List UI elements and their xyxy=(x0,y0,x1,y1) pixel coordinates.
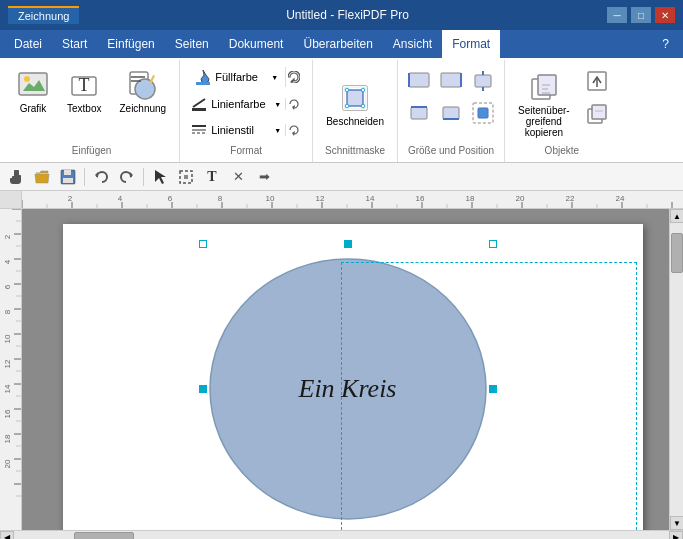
svg-text:8: 8 xyxy=(218,194,223,203)
scroll-left-button[interactable]: ◀ xyxy=(0,531,14,540)
fuellfarbe-refresh-icon[interactable] xyxy=(285,67,301,87)
linienfarbe-refresh-icon[interactable] xyxy=(285,98,301,110)
textbox-icon: T xyxy=(68,69,100,101)
group-label-einfuegen: Einfügen xyxy=(10,143,173,160)
open-button[interactable] xyxy=(30,166,54,188)
pointer-tool-button[interactable] xyxy=(148,166,172,188)
minimize-button[interactable]: ─ xyxy=(607,7,627,23)
separator-1 xyxy=(84,168,85,186)
menu-start[interactable]: Start xyxy=(52,30,97,58)
scroll-track-v[interactable] xyxy=(670,223,683,516)
ruler-vertical: 2 4 6 8 10 12 14 16 18 20 xyxy=(0,209,22,530)
align-top-button[interactable] xyxy=(404,98,434,128)
handle-ml[interactable] xyxy=(199,385,207,393)
handle-tr[interactable] xyxy=(489,240,497,248)
align-bottom-button[interactable] xyxy=(436,98,466,128)
toolbar: T ✕ ➡ xyxy=(0,163,683,191)
menu-dokument[interactable]: Dokument xyxy=(219,30,294,58)
window-title: Untitled - FlexiPDF Pro xyxy=(88,8,607,22)
scroll-thumb-v[interactable] xyxy=(671,233,683,273)
svg-text:10: 10 xyxy=(266,194,275,203)
objekte-extra1-button[interactable] xyxy=(581,66,613,96)
svg-rect-44 xyxy=(64,170,71,175)
menu-format[interactable]: Format xyxy=(442,30,500,58)
position-button[interactable] xyxy=(468,98,498,128)
seitenuebergreifend-icon xyxy=(528,71,560,103)
svg-text:2: 2 xyxy=(3,234,12,239)
svg-text:2: 2 xyxy=(68,194,73,203)
scrollbar-horizontal[interactable]: ◀ ▶ xyxy=(0,530,683,539)
linienstil-icon xyxy=(191,121,207,139)
objekte-extra2-button[interactable] xyxy=(581,98,613,128)
ribbon-group-objekte: Seitenüber-greifendkopieren xyxy=(505,60,619,162)
scroll-down-button[interactable]: ▼ xyxy=(670,516,683,530)
redo-button[interactable] xyxy=(115,166,139,188)
svg-rect-9 xyxy=(192,108,206,111)
group-label-groesse: Größe und Position xyxy=(404,143,498,160)
scroll-right-button[interactable]: ▶ xyxy=(669,531,683,540)
align-right-button[interactable] xyxy=(436,66,466,96)
svg-text:16: 16 xyxy=(3,409,12,418)
handle-mr[interactable] xyxy=(489,385,497,393)
close-button[interactable]: ✕ xyxy=(655,7,675,23)
svg-point-21 xyxy=(345,104,349,108)
svg-point-2 xyxy=(24,76,30,82)
grafik-button[interactable]: Grafik xyxy=(10,64,56,119)
scroll-track-h[interactable] xyxy=(14,531,669,540)
beschneiden-button[interactable]: Beschneiden xyxy=(319,77,391,132)
maximize-button[interactable]: □ xyxy=(631,7,651,23)
edit-tool-button[interactable]: ✕ xyxy=(226,166,250,188)
scroll-up-button[interactable]: ▲ xyxy=(670,209,683,223)
handle-tl[interactable] xyxy=(199,240,207,248)
select-tool-button[interactable] xyxy=(174,166,198,188)
scroll-thumb-h[interactable] xyxy=(74,532,134,540)
hand-tool-button[interactable] xyxy=(4,166,28,188)
svg-rect-27 xyxy=(475,75,491,87)
svg-rect-47 xyxy=(184,175,188,179)
seitenuebergreifend-kopieren-button[interactable]: Seitenüber-greifendkopieren xyxy=(511,66,577,143)
linienfarbe-icon xyxy=(191,95,207,113)
menu-ansicht[interactable]: Ansicht xyxy=(383,30,442,58)
svg-text:14: 14 xyxy=(3,384,12,393)
navigate-button[interactable]: ➡ xyxy=(252,166,276,188)
ribbon: Grafik T Textbox xyxy=(0,58,683,163)
zeichnung-button[interactable]: Zeichnung xyxy=(112,64,173,119)
handle-tc[interactable] xyxy=(344,240,352,248)
svg-rect-18 xyxy=(347,90,363,106)
linienstil-label: Linienstil xyxy=(211,124,270,136)
svg-line-8 xyxy=(193,99,205,107)
menu-datei[interactable]: Datei xyxy=(4,30,52,58)
group-label-schnittmaske: Schnittmaske xyxy=(319,143,391,160)
save-button[interactable] xyxy=(56,166,80,188)
group-label-objekte: Objekte xyxy=(511,143,613,160)
align-more-button[interactable] xyxy=(468,66,498,96)
fuellfarbe-button[interactable]: Füllfarbe ▼ xyxy=(186,64,306,90)
help-button[interactable]: ? xyxy=(652,30,679,58)
menu-einfuegen[interactable]: Einfügen xyxy=(97,30,164,58)
shape-container[interactable]: Ein Kreis xyxy=(203,244,493,530)
undo-button[interactable] xyxy=(89,166,113,188)
fuellfarbe-icon xyxy=(195,69,211,85)
textbox-button[interactable]: T Textbox xyxy=(60,64,108,119)
align-left-button[interactable] xyxy=(404,66,434,96)
svg-rect-41 xyxy=(592,105,606,119)
seitenuebergreifend-label: Seitenüber-greifendkopieren xyxy=(518,105,570,138)
menu-seiten[interactable]: Seiten xyxy=(165,30,219,58)
svg-point-19 xyxy=(345,88,349,92)
text-tool-button[interactable]: T xyxy=(200,166,224,188)
linienstil-button[interactable]: Linienstil ▼ xyxy=(186,118,306,142)
svg-rect-30 xyxy=(411,107,427,119)
zeichnung-label: Zeichnung xyxy=(119,103,166,114)
ruler-horizontal: // We'll draw them inline 2 4 6 8 10 12 … xyxy=(0,191,683,209)
svg-text:18: 18 xyxy=(3,434,12,443)
svg-rect-7 xyxy=(196,82,210,85)
canvas[interactable]: Ein Kreis xyxy=(22,209,683,530)
svg-rect-25 xyxy=(441,73,461,87)
linienstil-refresh-icon[interactable] xyxy=(285,124,301,136)
svg-text:6: 6 xyxy=(3,284,12,289)
svg-rect-35 xyxy=(478,108,488,118)
scrollbar-vertical[interactable]: ▲ ▼ xyxy=(669,209,683,530)
tab-zeichnung[interactable]: Zeichnung xyxy=(8,6,79,24)
linienfarbe-button[interactable]: Linienfarbe ▼ xyxy=(186,92,306,116)
menu-ueberarbeiten[interactable]: Überarbeiten xyxy=(293,30,382,58)
